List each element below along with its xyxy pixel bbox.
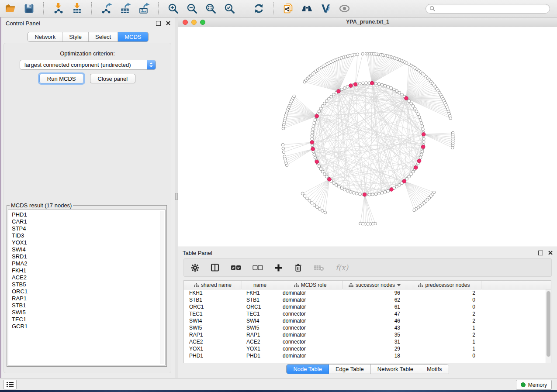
cell: dominator	[278, 289, 343, 296]
mcds-result-item[interactable]: ACE2	[12, 274, 165, 281]
tab-edge-table[interactable]: Edge Table	[329, 364, 371, 374]
tab-network-table[interactable]: Network Table	[371, 364, 420, 374]
mcds-result-item[interactable]: SWI4	[12, 246, 165, 253]
select-all-icon[interactable]	[231, 265, 241, 271]
cell: 2	[407, 310, 481, 317]
mcds-result-item[interactable]: RAP1	[12, 295, 165, 302]
import-table-icon[interactable]	[71, 3, 83, 14]
float-window-icon[interactable]	[156, 21, 161, 26]
show-columns-icon[interactable]	[211, 263, 219, 272]
table-row[interactable]: PHD1PHD1dominator180	[184, 352, 551, 359]
mcds-result-item[interactable]: STB1	[12, 302, 165, 309]
cell: ORC1	[184, 303, 242, 310]
column-header-name[interactable]: name	[242, 281, 278, 289]
mcds-result-item[interactable]: SRD1	[12, 253, 165, 260]
mcds-result-item[interactable]: YOX1	[12, 239, 165, 246]
table-row[interactable]: STB1STB1dominator620	[184, 296, 551, 303]
column-header-MCDS-role[interactable]: MCDS role	[278, 281, 343, 289]
splitter-handle[interactable]	[175, 193, 178, 200]
add-column-icon[interactable]	[274, 264, 283, 272]
mcds-result-item[interactable]: TID3	[12, 232, 165, 239]
table-scrollbar-thumb[interactable]	[547, 291, 550, 357]
window-zoom-icon[interactable]	[200, 20, 205, 25]
clone-network-icon[interactable]	[282, 3, 294, 14]
deselect-all-icon[interactable]	[253, 265, 263, 271]
mcds-result-list[interactable]: PHD1CAR1STP4TID3YOX1SWI4SRD1PMA2FKH1ACE2…	[8, 210, 166, 365]
network-graph[interactable]	[178, 27, 557, 247]
close-panel-button[interactable]: Close panel	[90, 74, 136, 83]
tab-select[interactable]: Select	[89, 32, 118, 41]
criterion-select[interactable]: largest connected component (undirected)	[20, 60, 156, 70]
search-box[interactable]	[426, 4, 550, 14]
zoom-fit-icon[interactable]	[205, 3, 217, 14]
cell: 62	[343, 296, 407, 303]
open-icon[interactable]	[4, 3, 16, 14]
mcds-result-item[interactable]: PMA2	[12, 260, 165, 267]
zoom-out-icon[interactable]	[186, 3, 198, 14]
mcds-result-item[interactable]: TEC1	[12, 316, 165, 323]
tab-style[interactable]: Style	[62, 32, 89, 41]
table-panel-title: Table Panel	[183, 250, 212, 256]
save-icon[interactable]	[23, 3, 35, 14]
column-header-shared-name[interactable]: shared name	[184, 281, 242, 289]
mcds-result-scrollbar[interactable]	[160, 211, 164, 364]
table-row[interactable]: YOX1YOX1connector291	[184, 345, 551, 352]
window-minimize-icon[interactable]	[191, 20, 197, 25]
show-graphics-details-icon[interactable]	[339, 3, 350, 14]
cell: dominator	[278, 296, 343, 303]
tab-node-table[interactable]: Node Table	[287, 364, 329, 374]
zoom-in-icon[interactable]	[167, 3, 179, 14]
memory-button[interactable]: Memory	[516, 380, 552, 390]
mcds-result-item[interactable]: STP4	[12, 225, 165, 232]
cell: 31	[343, 338, 407, 345]
table-row[interactable]: FKH1FKH1dominator962	[184, 289, 551, 296]
run-mcds-button[interactable]: Run MCDS	[39, 74, 84, 83]
table-settings-gear-icon[interactable]	[191, 264, 199, 272]
export-table-icon[interactable]	[119, 3, 131, 14]
mcds-result-item[interactable]: PHD1	[12, 211, 165, 218]
function-builder-icon-disabled: f(x)	[336, 263, 348, 272]
tab-mcds[interactable]: MCDS	[118, 32, 148, 41]
network-window-titlebar[interactable]: YPA_prune.txt_1	[178, 17, 557, 28]
export-image-icon[interactable]	[138, 3, 150, 14]
tab-motifs[interactable]: Motifs	[420, 364, 449, 374]
search-input[interactable]	[437, 5, 546, 12]
export-network-icon[interactable]	[100, 3, 112, 14]
cell: FKH1	[242, 289, 278, 296]
zoom-selected-icon[interactable]	[224, 3, 235, 14]
column-header-predecessor-nodes[interactable]: predecessor nodes	[407, 281, 481, 289]
cell: 35	[343, 331, 407, 338]
mcds-result-item[interactable]: ORC1	[12, 288, 165, 295]
table-scrollbar[interactable]	[546, 289, 551, 363]
table-row[interactable]: ORC1ORC1dominator610	[184, 303, 551, 310]
cell: ACE2	[242, 338, 278, 345]
mcds-result-item[interactable]: FKH1	[12, 267, 165, 274]
import-network-icon[interactable]	[52, 3, 64, 14]
close-panel-icon[interactable]	[166, 21, 170, 25]
mcds-result-item[interactable]: SWI5	[12, 309, 165, 316]
table-row[interactable]: RAP1RAP1dominator352	[184, 331, 551, 338]
network-canvas[interactable]	[178, 27, 557, 247]
table-row[interactable]: ACE2ACE2connector311	[184, 338, 551, 345]
table-row[interactable]: SWI5SWI5connector431	[184, 324, 551, 331]
attribute-type-icon	[194, 283, 199, 287]
close-panel-icon[interactable]	[548, 251, 553, 255]
mcds-result-item[interactable]: STB5	[12, 281, 165, 288]
mcds-result-item[interactable]: CAR1	[12, 218, 165, 225]
panel-list-button[interactable]	[3, 380, 17, 389]
vertical-splitter[interactable]	[175, 17, 178, 378]
float-window-icon[interactable]	[538, 251, 543, 255]
table-row[interactable]: TEC1TEC1connector472	[184, 310, 551, 317]
column-header-successor-nodes[interactable]: successor nodes	[343, 281, 407, 289]
mcds-result-group: MCDS result (17 nodes) PHD1CAR1STP4TID3Y…	[7, 202, 167, 367]
mcds-result-item[interactable]: GCR1	[12, 323, 165, 330]
vizmapper-icon[interactable]	[320, 3, 332, 14]
table-row[interactable]: SWI4SWI4dominator462	[184, 317, 551, 324]
delete-column-icon[interactable]	[294, 263, 302, 272]
refresh-icon[interactable]	[253, 3, 265, 14]
attribute-type-icon	[349, 283, 353, 287]
binoculars-icon[interactable]	[301, 3, 313, 14]
cell: dominator	[278, 317, 343, 324]
tab-network[interactable]: Network	[28, 32, 62, 41]
window-close-icon[interactable]	[183, 20, 188, 25]
